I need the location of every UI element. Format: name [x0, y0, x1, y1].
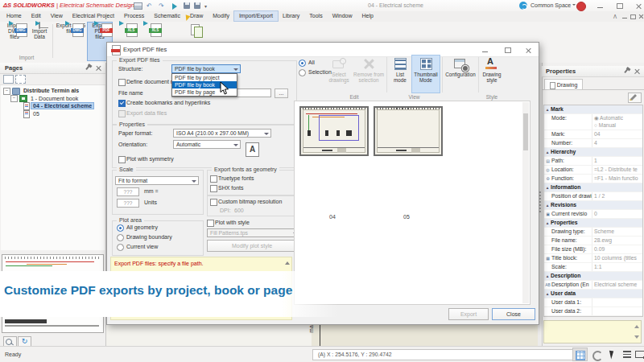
snap-toggle-button[interactable]: [590, 348, 604, 360]
redo-icon[interactable]: ↷: [159, 2, 167, 10]
property-row[interactable]: ▴ Hierarchy: [544, 148, 642, 157]
property-row[interactable]: ▴ Number: 4: [544, 139, 642, 148]
ribbon-collapse-icon[interactable]: ᐱ: [613, 14, 619, 19]
export-button[interactable]: Export: [448, 308, 489, 320]
drawing-style-button[interactable]: Drawing style: [480, 56, 504, 93]
property-row[interactable]: ▴ Mark: [544, 105, 642, 114]
grid-toggle-button[interactable]: [573, 348, 587, 360]
plot-style-combobox[interactable]: Fill Patterns.tps: [207, 228, 300, 237]
browse-button[interactable]: ...: [275, 88, 288, 98]
scroll-up-icon[interactable]: [285, 259, 290, 265]
scale-combobox[interactable]: Fit to format: [115, 176, 199, 185]
edit-properties-button[interactable]: [628, 93, 642, 103]
pin-icon[interactable]: [85, 65, 89, 70]
close-button[interactable]: [636, 3, 642, 9]
list-mode-button[interactable]: List mode: [389, 56, 411, 93]
close-button[interactable]: Close: [492, 308, 535, 320]
property-row[interactable]: ▴ ⚙ Function: =F1 - Main functio: [544, 175, 642, 183]
tree-item-page-05[interactable]: 05: [1, 110, 105, 118]
cursor-mode-button[interactable]: [607, 348, 621, 360]
line-weight-button[interactable]: [621, 348, 634, 360]
collapse-icon[interactable]: −: [3, 88, 10, 95]
thumbnail-04[interactable]: [299, 106, 369, 156]
property-row[interactable]: ▴ Scale: 1:1: [544, 263, 642, 272]
tree-item-book[interactable]: −1 - Document book: [1, 95, 105, 103]
property-row[interactable]: ▴ File name: 28.ewg: [544, 237, 642, 245]
plot-with-style-checkbox[interactable]: [207, 220, 214, 227]
properties-close-icon[interactable]: [634, 68, 640, 74]
common-space-menu[interactable]: Common Space: [530, 2, 576, 8]
shx-checkbox[interactable]: [210, 185, 217, 192]
property-row[interactable]: ▴ ▦ Title block: 10 columns (titles: [544, 254, 642, 263]
tab-drawing[interactable]: Drawing: [544, 79, 583, 90]
configuration-button[interactable]: Configuration: [444, 56, 477, 93]
common-space-icon[interactable]: [519, 2, 527, 10]
doc-close-button[interactable]: [638, 14, 644, 19]
units-value-field[interactable]: ???: [117, 199, 139, 208]
new-page-icon[interactable]: [3, 75, 14, 84]
menu-tab[interactable]: Help: [357, 11, 378, 21]
structure-combobox[interactable]: PDF file by book: [171, 64, 241, 73]
print-icon[interactable]: [134, 2, 142, 10]
property-row[interactable]: ▴ AB Description (En Electrical scheme: [544, 281, 642, 290]
pin-icon[interactable]: [624, 68, 628, 73]
menu-tab[interactable]: Import/Export: [234, 11, 278, 21]
menu-tab[interactable]: Home: [2, 11, 27, 21]
thumbnail-05[interactable]: [374, 106, 443, 156]
remove-from-selection-button[interactable]: Remove from selection: [353, 56, 384, 93]
page-template-icon[interactable]: [15, 75, 26, 84]
modify-plot-style-button[interactable]: Modify plot style: [207, 240, 297, 252]
tree-item-page-04[interactable]: 04 - Electrical scheme: [1, 102, 105, 110]
import-arrow-icon[interactable]: [172, 3, 180, 10]
dialog-maximize-button[interactable]: [505, 47, 511, 53]
property-row[interactable]: ▴ ◎ Location: =L2 - Distribute te: [544, 166, 642, 175]
scroll-up-icon[interactable]: [634, 323, 639, 328]
plot-area-radio[interactable]: Drawing boundary: [117, 234, 172, 244]
menu-tab[interactable]: Process: [119, 11, 149, 21]
plot-symmetry-checkbox[interactable]: [118, 156, 126, 163]
property-row[interactable]: ▴ Revisions: [544, 201, 642, 210]
property-row[interactable]: ▴ ▤ Path: 1: [544, 157, 642, 166]
truetype-checkbox[interactable]: [210, 175, 217, 183]
property-row[interactable]: ▴ User data 1:: [544, 298, 642, 307]
export-data-checkbox[interactable]: [118, 110, 126, 117]
property-row[interactable]: ▴ Drawing type: Scheme: [544, 228, 642, 237]
property-row[interactable]: ▴ User data 2:: [544, 307, 642, 316]
property-row[interactable]: ▴ File size (MB): 0.09: [544, 245, 642, 254]
menu-tab[interactable]: Library: [278, 11, 304, 21]
scale-value-field[interactable]: ???: [117, 187, 139, 196]
property-row[interactable]: ▴ Information: [544, 183, 642, 192]
custom-bitmap-checkbox[interactable]: [210, 199, 217, 206]
menu-tab[interactable]: Schematic: [149, 11, 185, 21]
menu-tab[interactable]: Modify: [208, 11, 234, 21]
menu-tab[interactable]: Tools: [304, 11, 327, 21]
pages-close-icon[interactable]: [96, 65, 101, 71]
save-icon[interactable]: [184, 2, 190, 9]
quick-access-more-icon[interactable]: ▾: [204, 3, 213, 10]
screen-mode-button[interactable]: [634, 348, 644, 360]
scroll-down-icon[interactable]: [634, 335, 639, 341]
notification-badge[interactable]: [576, 2, 586, 11]
scope-all-radio[interactable]: All: [299, 60, 315, 67]
save-all-icon[interactable]: [194, 2, 200, 9]
undo-icon[interactable]: ↶: [147, 2, 155, 10]
menu-tab[interactable]: Window: [328, 11, 357, 21]
property-row[interactable]: ▴ Position of drawin 1 / 2: [544, 192, 642, 201]
plot-area-radio[interactable]: All geometry: [117, 224, 172, 234]
paper-format-combobox[interactable]: ISO A4 (210.00 x 297.00 MM): [173, 129, 271, 138]
dialog-minimize-button[interactable]: [482, 47, 488, 52]
thumbnails-scrollbar[interactable]: [522, 102, 529, 303]
orientation-combobox[interactable]: Automatic: [173, 140, 241, 149]
minimize-button[interactable]: [597, 3, 603, 8]
property-row[interactable]: ▴ Mark: 04: [544, 130, 642, 139]
menu-tab[interactable]: Electrical Project: [68, 11, 119, 21]
property-row[interactable]: ▴ Description: [544, 272, 642, 281]
menu-tab[interactable]: Edit: [27, 11, 46, 21]
export-dwg-button[interactable]: DWG Export DWG files: [55, 23, 87, 60]
select-drawings-button[interactable]: Select drawings: [324, 56, 353, 93]
tree-item-project[interactable]: −Distribute Termin als: [1, 85, 105, 95]
plot-area-radio[interactable]: Current view: [117, 244, 172, 253]
bookmarks-checkbox[interactable]: [118, 100, 126, 107]
define-naming-checkbox[interactable]: [118, 79, 126, 86]
thumbnail-mode-button[interactable]: Thumbnail Mode: [412, 56, 440, 93]
